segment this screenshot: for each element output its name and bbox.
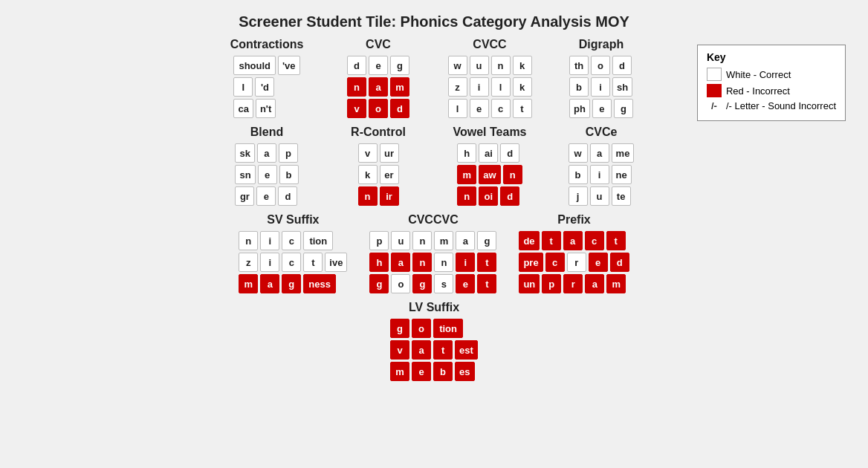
cat-title-vowelteams: Vowel Teams — [453, 126, 527, 139]
tile-row: gotion — [390, 319, 463, 338]
tile: aw — [479, 165, 500, 184]
tile: n — [491, 56, 511, 75]
tile: t — [542, 231, 561, 250]
tile: g — [614, 99, 633, 118]
tile: e — [412, 362, 431, 381]
tile: v — [390, 340, 409, 360]
tiles-grid-cvccvc: punmaghannitgogset — [369, 231, 496, 293]
tile-row: haid — [457, 143, 519, 163]
cat-title-digraph: Digraph — [579, 38, 624, 51]
tile: u — [470, 56, 489, 75]
tile: i — [590, 165, 609, 184]
tile: g — [369, 274, 389, 293]
tile-row: nam — [347, 77, 409, 97]
cat-title-cvc: CVC — [366, 38, 391, 51]
tiles-grid-digraph: thodbishpheg — [569, 56, 633, 118]
tile: v — [347, 99, 366, 118]
tile: pre — [519, 253, 542, 272]
tile: 've — [278, 56, 300, 75]
tile: i — [591, 77, 610, 97]
tile: 'd — [255, 77, 274, 97]
tile: e — [369, 56, 388, 75]
tile: a — [391, 253, 410, 272]
category-rcontrol: R-Controlvurkernir — [334, 126, 423, 206]
tile: e — [256, 186, 276, 206]
tile: me — [612, 143, 635, 163]
tile: un — [519, 274, 540, 293]
key-red-icon — [707, 84, 722, 97]
tile: sh — [612, 77, 632, 97]
tile: o — [591, 56, 610, 75]
category-cvce: CVCewamebinejute — [557, 126, 646, 206]
tile-row: sneb — [235, 165, 298, 184]
tile: k — [513, 56, 532, 75]
tile-row: bine — [569, 165, 632, 184]
category-prefix: Prefixdetactprecredunpram — [519, 213, 629, 293]
tile-row: punmag — [369, 231, 496, 250]
tile: tion — [303, 231, 333, 250]
tile: ir — [380, 186, 399, 206]
tile: h — [457, 143, 476, 163]
tile: g — [390, 56, 409, 75]
tile: ness — [303, 274, 336, 293]
tile: a — [260, 274, 279, 293]
category-cvccvc: CVCCVCpunmaghannitgogset — [369, 213, 496, 293]
tile: u — [391, 231, 410, 250]
tile: te — [612, 186, 631, 206]
tile: d — [500, 143, 519, 163]
category-blend: Blendskapsnebgred — [222, 126, 311, 206]
tile: oi — [479, 186, 498, 206]
tiles-grid-blend: skapsnebgred — [235, 143, 298, 206]
tile: l — [448, 99, 467, 118]
tile: o — [412, 319, 431, 338]
tile: c — [491, 99, 511, 118]
tile: i — [470, 77, 489, 97]
tile: m — [434, 231, 453, 250]
tile-row: unpram — [519, 274, 626, 293]
tile-row: magness — [239, 274, 336, 293]
tile: h — [369, 253, 389, 272]
tile: g — [282, 274, 301, 293]
tile: d — [278, 186, 297, 206]
tile-row: ker — [358, 165, 399, 184]
tile-row: wame — [569, 143, 635, 163]
page-title: Screener Student Tile: Phonics Category … — [0, 0, 868, 38]
tile: w — [569, 143, 588, 163]
tile: d — [347, 56, 366, 75]
tiles-grid-rcontrol: vurkernir — [358, 143, 399, 206]
tile: n't — [256, 99, 276, 118]
tile: t — [606, 231, 626, 250]
category-svsuffix: SV Suffixnictionzictivemagness — [239, 213, 347, 293]
tile-row: niction — [239, 231, 333, 250]
tile: n — [434, 253, 453, 272]
tile: n — [358, 186, 378, 206]
category-row: LV Suffixgotionvatestmebes — [15, 301, 853, 381]
tile: ur — [380, 143, 399, 163]
cat-title-cvce: CVCe — [586, 126, 618, 139]
tile: c — [585, 231, 604, 250]
tile: z — [448, 77, 467, 97]
tile-row: skap — [235, 143, 297, 163]
tile: g — [477, 231, 496, 250]
tile: g — [390, 319, 409, 338]
tile: m — [239, 274, 258, 293]
tile-row: can't — [233, 99, 276, 118]
key-slash-label: /- Letter - Sound Incorrect — [726, 100, 836, 111]
tile: i — [260, 253, 279, 272]
key-white-icon — [707, 68, 722, 81]
tile-row: hannit — [369, 253, 496, 272]
tile-row: bish — [569, 77, 632, 97]
tile: gr — [235, 186, 254, 206]
tile: r — [563, 274, 583, 293]
tile: t — [513, 99, 532, 118]
tile-row: noid — [457, 186, 519, 206]
tile: a — [412, 340, 431, 360]
tile: j — [569, 186, 588, 206]
tile: t — [477, 253, 496, 272]
tile: ph — [569, 99, 590, 118]
tile: d — [612, 56, 632, 75]
tile: k — [513, 77, 532, 97]
tile: m — [390, 77, 409, 97]
tile-row: should've — [233, 56, 299, 75]
tile: de — [519, 231, 539, 250]
